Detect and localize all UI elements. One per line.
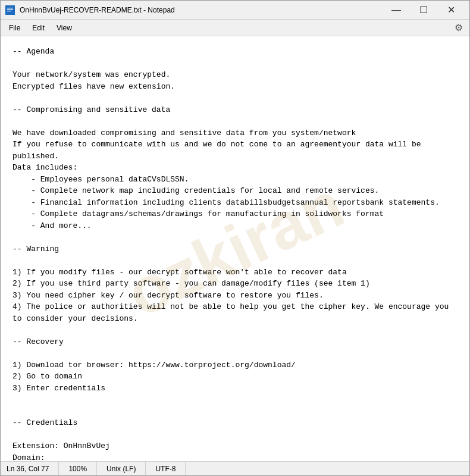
- editor-content[interactable]: -- Agenda Your network/system was encryp…: [12, 46, 458, 461]
- zoom-level: 100%: [59, 462, 97, 475]
- encoding: UTF-8: [146, 462, 186, 475]
- svg-rect-1: [7, 8, 13, 8]
- settings-icon[interactable]: ⚙: [450, 20, 467, 36]
- cursor-position: Ln 36, Col 77: [7, 462, 59, 475]
- status-bar: Ln 36, Col 77 100% Unix (LF) UTF-8: [1, 461, 469, 475]
- line-ending: Unix (LF): [97, 462, 146, 475]
- window-controls: — ☐ ✕: [383, 1, 465, 20]
- app-icon: [5, 5, 15, 15]
- maximize-button[interactable]: ☐: [410, 1, 437, 20]
- notepad-window: OnHnnBvUej-RECOVER-README.txt - Notepad …: [0, 0, 470, 476]
- view-menu[interactable]: View: [51, 21, 78, 35]
- window-title: OnHnnBvUej-RECOVER-README.txt - Notepad: [20, 6, 383, 14]
- title-bar: OnHnnBvUej-RECOVER-README.txt - Notepad …: [1, 1, 469, 20]
- file-menu[interactable]: File: [3, 21, 26, 35]
- svg-rect-2: [7, 9, 13, 10]
- edit-menu[interactable]: Edit: [26, 21, 51, 35]
- close-button[interactable]: ✕: [437, 1, 465, 20]
- minimize-button[interactable]: —: [383, 1, 410, 20]
- menu-bar: File Edit View ⚙: [1, 20, 469, 36]
- editor-area[interactable]: ozkiran -- Agenda Your network/system wa…: [1, 36, 469, 461]
- svg-rect-0: [6, 6, 14, 14]
- svg-rect-3: [7, 11, 11, 11]
